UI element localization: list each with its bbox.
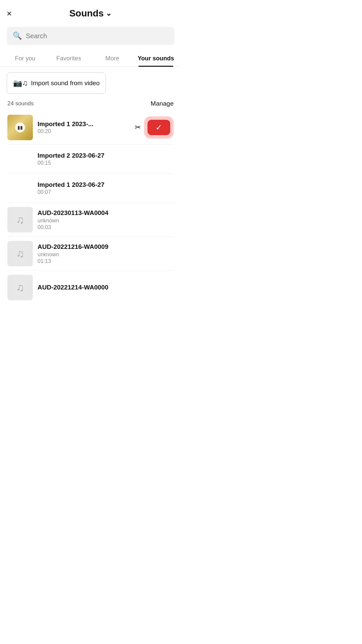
sound-name: Imported 2 2023-06-27: [38, 152, 174, 159]
import-sound-button[interactable]: 📷♫ Import sound from video: [7, 72, 106, 94]
sound-name: AUD-20221214-WA0000: [38, 284, 174, 291]
music-note-icon: ♫: [16, 248, 24, 260]
tabs-container: For you Favorites More Your sounds: [0, 50, 181, 66]
list-item: ▮▮ Imported 1 2023-... 00:20 ✂ ✓: [0, 111, 181, 144]
page-title: Sounds ⌄: [69, 8, 112, 19]
manage-button[interactable]: Manage: [150, 100, 174, 107]
sound-info: Imported 1 2023-... 00:20: [38, 120, 130, 135]
thumbnail: ♫: [7, 275, 33, 300]
sound-info: Imported 2 2023-06-27 00:15: [38, 152, 174, 166]
sound-name: AUD-20221216-WA0009: [38, 243, 174, 251]
count-row: 24 sounds Manage: [0, 99, 181, 111]
header: × Sounds ⌄: [0, 0, 181, 24]
search-icon: 🔍: [13, 32, 22, 40]
sound-name: AUD-20230113-WA0004: [38, 209, 174, 217]
sound-meta: unknown: [38, 252, 174, 258]
search-bar: 🔍: [7, 27, 174, 45]
music-note-icon: ♫: [16, 214, 24, 226]
list-item: Imported 1 2023-06-27 00:07: [0, 174, 181, 203]
list-item: ♫ AUD-20221216-WA0009 unknown 01:13: [0, 237, 181, 270]
title-text: Sounds: [69, 8, 104, 19]
thumbnail: ♫: [7, 207, 33, 232]
sound-meta: unknown: [38, 218, 174, 224]
chevron-down-icon[interactable]: ⌄: [106, 9, 112, 18]
list-item: ♫ AUD-20221214-WA0000: [0, 271, 181, 304]
pause-icon[interactable]: ▮▮: [15, 122, 25, 132]
sound-duration: 00:03: [38, 224, 174, 230]
thumbnail: ▮▮: [7, 115, 33, 140]
sound-name: Imported 1 2023-...: [38, 120, 130, 128]
tab-for-you[interactable]: For you: [3, 50, 47, 66]
scissors-icon[interactable]: ✂: [135, 123, 141, 132]
thumbnail: ♫: [7, 241, 33, 266]
import-icon: 📷♫: [13, 79, 28, 88]
import-button-label: Import sound from video: [31, 79, 100, 87]
sound-list: ▮▮ Imported 1 2023-... 00:20 ✂ ✓ Importe…: [0, 111, 181, 314]
tab-favorites[interactable]: Favorites: [47, 50, 90, 66]
sound-name: Imported 1 2023-06-27: [38, 181, 174, 189]
sound-duration: 00:07: [38, 189, 174, 195]
checkmark-icon: ✓: [156, 123, 162, 132]
search-input[interactable]: [26, 32, 168, 40]
close-button[interactable]: ×: [7, 9, 12, 18]
tab-more[interactable]: More: [90, 50, 134, 66]
sounds-count: 24 sounds: [7, 100, 34, 107]
list-item: Imported 2 2023-06-27 00:15: [0, 145, 181, 173]
sound-duration: 00:20: [38, 128, 130, 135]
sound-info: AUD-20221214-WA0000: [38, 284, 174, 291]
sound-duration: 01:13: [38, 258, 174, 264]
item-actions: ✂ ✓: [135, 116, 174, 139]
tab-your-sounds[interactable]: Your sounds: [134, 50, 178, 66]
check-button-highlight: ✓: [144, 116, 174, 139]
sound-info: AUD-20221216-WA0009 unknown 01:13: [38, 243, 174, 264]
list-item: ♫ AUD-20230113-WA0004 unknown 00:03: [0, 203, 181, 236]
check-button[interactable]: ✓: [147, 120, 170, 135]
sound-duration: 00:15: [38, 160, 174, 166]
music-note-icon: ♫: [16, 281, 24, 294]
sound-info: Imported 1 2023-06-27 00:07: [38, 181, 174, 195]
sound-info: AUD-20230113-WA0004 unknown 00:03: [38, 209, 174, 230]
